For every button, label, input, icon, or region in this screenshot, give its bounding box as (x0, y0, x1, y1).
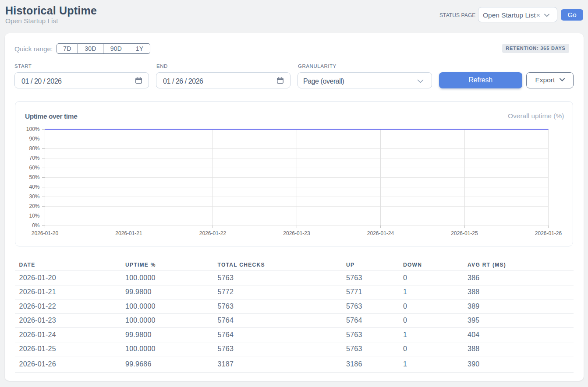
svg-text:0%: 0% (32, 222, 40, 229)
svg-text:2026-01-21: 2026-01-21 (115, 230, 142, 236)
svg-text:40%: 40% (29, 184, 39, 190)
svg-text:30%: 30% (29, 194, 39, 200)
svg-text:20%: 20% (29, 203, 39, 209)
svg-text:2026-01-24: 2026-01-24 (367, 230, 394, 236)
svg-text:60%: 60% (29, 165, 39, 171)
svg-text:100%: 100% (26, 126, 40, 132)
svg-text:10%: 10% (29, 213, 39, 219)
svg-text:2026-01-20: 2026-01-20 (32, 230, 59, 236)
svg-text:70%: 70% (29, 155, 39, 161)
svg-text:2026-01-25: 2026-01-25 (451, 230, 478, 236)
svg-text:2026-01-23: 2026-01-23 (283, 230, 310, 236)
svg-text:2026-01-26: 2026-01-26 (535, 230, 562, 236)
svg-text:80%: 80% (29, 145, 39, 151)
svg-text:2026-01-22: 2026-01-22 (199, 230, 227, 236)
svg-text:90%: 90% (29, 136, 39, 142)
svg-text:50%: 50% (29, 174, 39, 180)
